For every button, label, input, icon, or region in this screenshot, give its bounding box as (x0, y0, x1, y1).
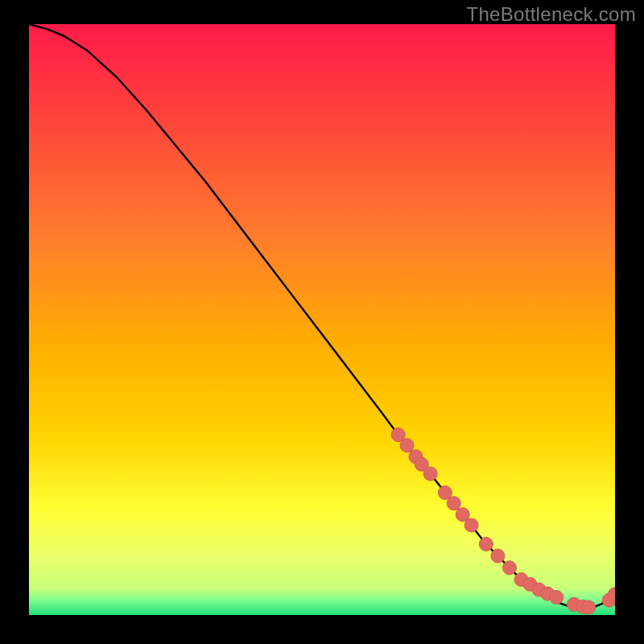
marker-point (400, 439, 414, 452)
marker-point (502, 561, 516, 575)
chart-frame: TheBottleneck.com (0, 0, 644, 644)
marker-point (550, 590, 564, 604)
marker-point (491, 549, 505, 563)
marker-point (479, 537, 493, 551)
gradient-background (29, 24, 615, 615)
chart-svg (29, 24, 615, 615)
watermark-text: TheBottleneck.com (466, 3, 636, 26)
marker-point (464, 518, 478, 532)
marker-point (447, 497, 460, 510)
marker-point (423, 467, 437, 481)
plot-area (29, 24, 615, 615)
marker-point (582, 601, 596, 614)
